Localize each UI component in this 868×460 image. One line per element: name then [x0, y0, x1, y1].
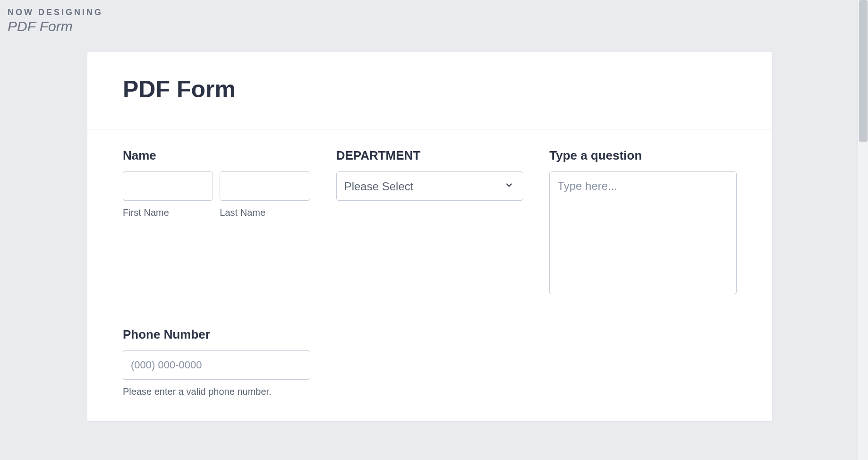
last-name-col: Last Name	[220, 171, 310, 218]
last-name-sublabel: Last Name	[220, 207, 310, 218]
phone-input[interactable]	[123, 350, 310, 380]
field-phone: Phone Number Please enter a valid phone …	[123, 327, 310, 397]
first-name-input[interactable]	[123, 171, 213, 201]
field-question: Type a question	[549, 148, 737, 294]
designer-title: PDF Form	[8, 18, 103, 34]
department-label: DEPARTMENT	[336, 148, 524, 163]
form-title: PDF Form	[123, 76, 737, 103]
empty-cell-2	[549, 327, 737, 397]
phone-label: Phone Number	[123, 327, 310, 342]
first-name-col: First Name	[123, 171, 213, 218]
designer-context: NOW DESIGNING PDF Form	[8, 8, 103, 34]
question-label: Type a question	[549, 148, 737, 163]
field-name: Name First Name Last Name	[123, 148, 310, 294]
name-row: First Name Last Name	[123, 171, 310, 218]
phone-helptext: Please enter a valid phone number.	[123, 386, 310, 397]
department-select[interactable]: Please Select	[336, 171, 524, 201]
field-department: DEPARTMENT Please Select	[336, 148, 524, 294]
form-body: Name First Name Last Name DEPARTMENT Ple…	[87, 129, 772, 421]
scrollbar-thumb[interactable]	[859, 0, 868, 142]
form-header: PDF Form	[87, 52, 772, 129]
vertical-scrollbar[interactable]	[858, 0, 868, 460]
question-textarea[interactable]	[549, 171, 737, 294]
designer-eyebrow: NOW DESIGNING	[8, 8, 103, 17]
phone-wrap	[123, 350, 310, 380]
form-card: PDF Form Name First Name Last Name DEPAR…	[87, 52, 772, 421]
empty-cell-1	[336, 327, 524, 397]
department-select-wrapper: Please Select	[336, 171, 524, 201]
last-name-input[interactable]	[220, 171, 310, 201]
name-label: Name	[123, 148, 310, 163]
first-name-sublabel: First Name	[123, 207, 213, 218]
